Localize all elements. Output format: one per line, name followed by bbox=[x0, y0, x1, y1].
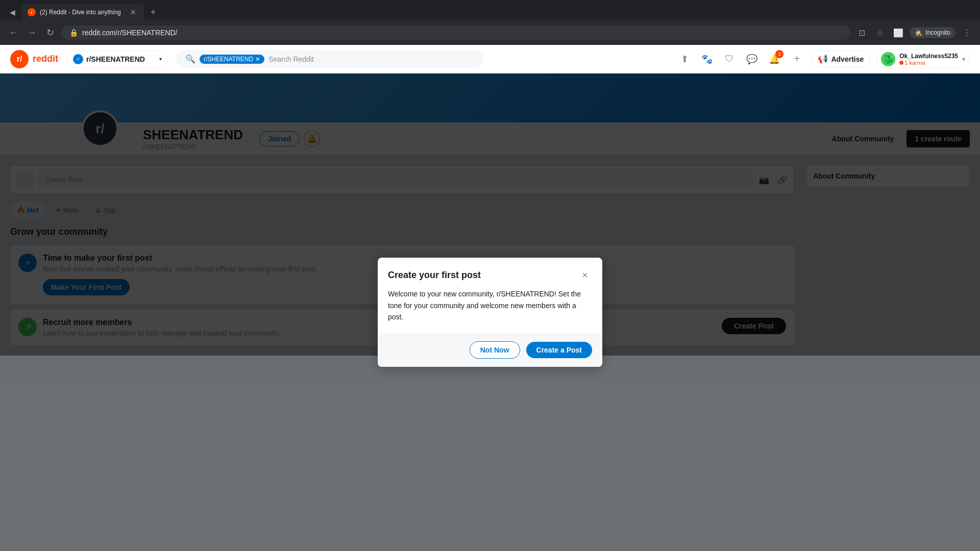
logo-text: reddit bbox=[33, 54, 58, 64]
active-tab[interactable]: r (2) Reddit - Dive into anything ✕ bbox=[21, 4, 144, 20]
notifications-icon-btn[interactable]: 🔔 2 bbox=[766, 51, 782, 67]
back-button[interactable]: ← bbox=[6, 26, 20, 40]
modal-title: Create your first post bbox=[388, 270, 481, 281]
search-tag-remove-icon[interactable]: ✕ bbox=[255, 56, 260, 63]
modal-body-text: Welcome to your new community, r/SHEENAT… bbox=[388, 288, 592, 322]
extensions-icon[interactable]: ⬜ bbox=[891, 26, 905, 40]
modal-body: Welcome to your new community, r/SHEENAT… bbox=[378, 288, 602, 333]
browser-window: ◀ r (2) Reddit - Dive into anything ✕ + … bbox=[0, 0, 980, 551]
nav-arrow-left[interactable]: ◀ bbox=[5, 5, 19, 19]
subreddit-icon: r/ bbox=[73, 54, 83, 64]
share-icon-btn[interactable]: ⬆ bbox=[676, 51, 693, 67]
user-menu-chevron-icon: ▾ bbox=[962, 56, 965, 63]
add-icon-btn[interactable]: + bbox=[789, 51, 805, 67]
close-icon: × bbox=[582, 269, 588, 281]
screen-share-icon[interactable]: ⊡ bbox=[854, 26, 869, 40]
browser-menu-icon[interactable]: ⋮ bbox=[960, 26, 974, 40]
user-profile-button[interactable]: 🐉 Ok_Lawfulness5235 1 karma ▾ bbox=[876, 49, 970, 69]
tab-favicon: r bbox=[28, 8, 36, 16]
advertise-label: Advertise bbox=[831, 55, 864, 63]
modal-close-button[interactable]: × bbox=[578, 268, 592, 282]
address-text: reddit.com/r/SHEENATREND/ bbox=[82, 29, 842, 37]
user-name: Ok_Lawfulness5235 bbox=[899, 53, 958, 60]
shield-icon-btn[interactable]: 🛡 bbox=[721, 51, 738, 67]
new-tab-button[interactable]: + bbox=[146, 5, 160, 19]
user-info: Ok_Lawfulness5235 1 karma bbox=[899, 53, 958, 66]
logo-icon: r/ bbox=[10, 50, 29, 68]
tab-bar: ◀ r (2) Reddit - Dive into anything ✕ + bbox=[0, 0, 980, 20]
modal-header: Create your first post × bbox=[378, 258, 602, 288]
advertise-button[interactable]: 📢 Advertise bbox=[811, 51, 870, 67]
not-now-button[interactable]: Not Now bbox=[470, 341, 520, 359]
tab-title: (2) Reddit - Dive into anything bbox=[40, 9, 125, 16]
lock-icon: 🔒 bbox=[69, 29, 78, 37]
search-tag-text: r/SHEENATREND bbox=[204, 56, 253, 63]
chevron-down-icon: ▾ bbox=[159, 56, 162, 62]
create-a-post-button[interactable]: Create a Post bbox=[526, 342, 592, 358]
reddit-logo[interactable]: r/ reddit bbox=[10, 50, 58, 68]
modal-footer: Not Now Create a Post bbox=[378, 333, 602, 367]
notification-badge: 2 bbox=[775, 50, 783, 58]
search-bar[interactable]: 🔍 r/SHEENATREND ✕ Search Reddit bbox=[177, 51, 483, 67]
browser-nav-bar: ← → ↻ 🔒 reddit.com/r/SHEENATREND/ ⊡ ☆ ⬜ … bbox=[0, 20, 980, 45]
advertise-icon: 📢 bbox=[818, 54, 828, 64]
explore-icon-btn[interactable]: 🐾 bbox=[699, 51, 715, 67]
subreddit-selector-name: r/SHEENATREND bbox=[86, 55, 145, 63]
forward-button[interactable]: → bbox=[24, 26, 39, 40]
subreddit-selector[interactable]: r/ r/SHEENATREND ▾ bbox=[66, 51, 168, 68]
incognito-label: Incognito bbox=[925, 29, 950, 36]
create-first-post-modal: Create your first post × Welcome to your… bbox=[378, 258, 602, 366]
modal-overlay: Create your first post × Welcome to your… bbox=[0, 73, 980, 551]
tab-close-button[interactable]: ✕ bbox=[129, 8, 138, 17]
refresh-button[interactable]: ↻ bbox=[43, 26, 57, 40]
avatar: 🐉 bbox=[881, 52, 895, 66]
incognito-badge: 🕵 Incognito bbox=[910, 27, 955, 38]
user-karma: 1 karma bbox=[899, 60, 958, 66]
search-tag-pill[interactable]: r/SHEENATREND ✕ bbox=[200, 55, 264, 64]
address-bar[interactable]: 🔒 reddit.com/r/SHEENATREND/ bbox=[61, 26, 850, 40]
chat-icon-btn[interactable]: 💬 bbox=[744, 51, 760, 67]
bookmark-icon[interactable]: ☆ bbox=[873, 26, 887, 40]
page-content: r/ SHEENATREND r/SHEENATREND Joined 🔔 Ab… bbox=[0, 73, 980, 551]
reddit-header: r/ reddit r/ r/SHEENATREND ▾ 🔍 r/SHEENAT… bbox=[0, 45, 980, 73]
search-icon: 🔍 bbox=[185, 54, 195, 64]
header-icons: ⬆ 🐾 🛡 💬 🔔 2 + 📢 Advertise 🐉 Ok_Lawfulnes… bbox=[676, 49, 970, 69]
incognito-icon: 🕵 bbox=[915, 29, 922, 36]
search-input[interactable]: Search Reddit bbox=[268, 55, 474, 63]
